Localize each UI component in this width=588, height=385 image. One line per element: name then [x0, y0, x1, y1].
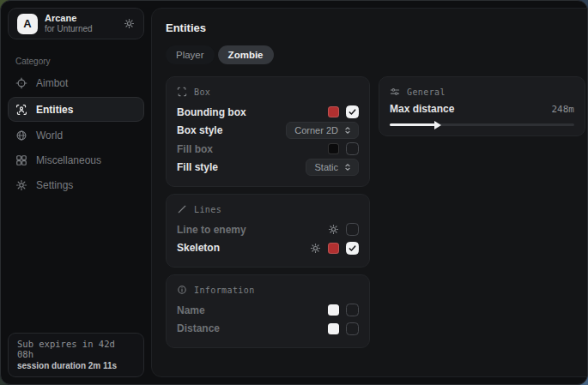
- setting-label: Distance: [177, 322, 321, 334]
- card-title: Box: [194, 87, 210, 97]
- tab-zombie[interactable]: Zombie: [218, 45, 274, 64]
- chevron-up-down-icon: [343, 163, 352, 171]
- checkbox[interactable]: [346, 242, 359, 255]
- box-style-dropdown[interactable]: Corner 2D: [286, 122, 359, 139]
- page-title: Entities: [166, 21, 585, 34]
- setting-row: Fill box: [177, 140, 359, 159]
- checkbox[interactable]: [346, 105, 359, 118]
- setting-row: Box style Corner 2D: [177, 122, 359, 141]
- gear-icon[interactable]: [310, 243, 321, 254]
- subscription-box: Sub expires in 42d 08h session duration …: [8, 333, 144, 377]
- color-swatch[interactable]: [328, 323, 339, 334]
- setting-label: Bounding box: [177, 106, 321, 118]
- setting-row: Skeleton: [177, 239, 359, 258]
- session-duration: session duration 2m 11s: [17, 361, 135, 370]
- info-icon: [177, 285, 187, 295]
- sidebar-item-settings[interactable]: Settings: [8, 173, 144, 197]
- color-swatch[interactable]: [328, 143, 339, 154]
- sidebar-nav: Aimbot Entities: [1, 71, 151, 197]
- checkbox[interactable]: [346, 304, 359, 316]
- sidebar-item-label: Aimbot: [36, 77, 68, 89]
- card-title: General: [407, 87, 446, 97]
- checkbox[interactable]: [346, 142, 359, 155]
- setting-row: Fill style Static: [177, 159, 359, 177]
- card-title: Information: [194, 286, 255, 295]
- color-swatch[interactable]: [328, 106, 339, 117]
- lines-card: Lines Line to enemy Skeleton: [166, 194, 370, 268]
- checkbox[interactable]: [346, 223, 359, 236]
- setting-label: Skeleton: [177, 242, 303, 254]
- setting-row: Name: [177, 301, 359, 320]
- sidebar-item-label: World: [36, 129, 63, 141]
- arcane-window: A Arcane for Unturned Category: [0, 0, 588, 385]
- sidebar-item-label: Settings: [36, 179, 73, 191]
- max-distance-slider[interactable]: [390, 123, 574, 126]
- slider-value: 248m: [552, 104, 575, 115]
- setting-row: Bounding box: [177, 103, 359, 122]
- checkbox[interactable]: [346, 322, 359, 335]
- grid-icon: [15, 154, 27, 166]
- subscription-expires: Sub expires in 42d 08h: [17, 339, 135, 359]
- gear-icon: [15, 179, 27, 191]
- entity-tabs: Player Zombie: [166, 45, 585, 64]
- line-icon: [177, 204, 187, 214]
- setting-label: Box style: [177, 124, 279, 136]
- slider-thumb[interactable]: [434, 121, 441, 129]
- sidebar-item-miscellaneous[interactable]: Miscellaneous: [8, 148, 144, 172]
- sidebar-item-world[interactable]: World: [8, 123, 144, 147]
- sidebar-item-aimbot[interactable]: Aimbot: [8, 71, 144, 95]
- fill-style-dropdown[interactable]: Static: [306, 159, 359, 176]
- box-corners-icon: [177, 87, 187, 97]
- globe-icon: [15, 129, 27, 141]
- brand-subtitle: for Unturned: [45, 24, 93, 34]
- color-swatch[interactable]: [328, 243, 339, 254]
- setting-label: Name: [177, 304, 321, 316]
- crosshair-icon: [15, 77, 27, 89]
- tune-sliders-icon: [390, 87, 400, 97]
- setting-label: Line to enemy: [177, 224, 321, 236]
- app-logo: A: [17, 14, 38, 34]
- brand-title: Arcane: [45, 13, 93, 24]
- sidebar-item-label: Entities: [36, 104, 73, 116]
- gear-icon[interactable]: [328, 224, 339, 235]
- slider-label: Max distance: [390, 103, 552, 115]
- card-title: Lines: [194, 205, 221, 214]
- setting-label: Fill box: [177, 143, 321, 155]
- entity-scan-icon: [15, 104, 27, 116]
- tab-player[interactable]: Player: [166, 45, 215, 64]
- dropdown-value: Corner 2D: [294, 125, 338, 135]
- sidebar: A Arcane for Unturned Category: [1, 1, 151, 384]
- information-card: Information Name Distance: [166, 274, 370, 348]
- category-label: Category: [15, 57, 151, 66]
- setting-row: Line to enemy: [177, 220, 359, 239]
- sidebar-item-label: Miscellaneous: [36, 154, 101, 166]
- slider-fill: [390, 123, 435, 126]
- setting-row: Distance: [177, 320, 359, 339]
- brand-card: A Arcane for Unturned: [8, 8, 144, 39]
- chevron-up-down-icon: [343, 126, 352, 135]
- dropdown-value: Static: [314, 162, 338, 172]
- color-swatch[interactable]: [328, 304, 339, 316]
- general-card: General Max distance 248m: [379, 76, 585, 136]
- sidebar-item-entities[interactable]: Entities: [8, 97, 144, 122]
- gear-icon[interactable]: [124, 18, 135, 29]
- main-panel: Entities Player Zombie Box: [151, 8, 588, 377]
- box-card: Box Bounding box Box style Corner 2D: [166, 76, 370, 187]
- setting-label: Fill style: [177, 161, 299, 173]
